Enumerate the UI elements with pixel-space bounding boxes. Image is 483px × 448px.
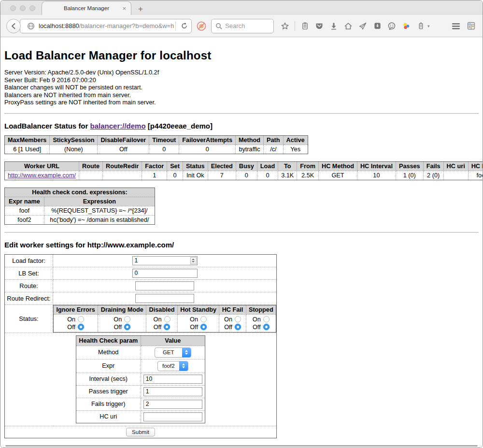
col-method: Method: [235, 135, 263, 145]
col-disabled: Disabled: [146, 305, 178, 314]
hc-header-row: Health Check param Value: [76, 335, 205, 346]
server-built-line: Server Built: Feb 9 2016 07:00:20: [4, 77, 479, 85]
val-hc-expr: foof2: [468, 171, 483, 180]
draining-mode-on-radio[interactable]: [124, 316, 130, 322]
ignore-errors-radios: On Off: [54, 314, 98, 332]
draining-mode-off-radio[interactable]: [124, 324, 130, 330]
reload-button[interactable]: [177, 19, 191, 33]
col-worker-url: Worker URL: [5, 161, 79, 171]
val-to: 3.1K: [278, 171, 297, 180]
search-input[interactable]: Search: [211, 19, 274, 33]
hc-fails-input[interactable]: [143, 400, 202, 409]
worker-data-row: http://www.example.com/ 1 0 Init Ok 7 0 …: [5, 171, 483, 180]
back-button[interactable]: [6, 19, 21, 33]
val-disablefailover: Off: [98, 145, 149, 154]
disabled-off-radio[interactable]: [164, 324, 170, 330]
hc-method-select[interactable]: GET: [155, 347, 191, 358]
persist-note-line: Balancer changes will NOT be persisted o…: [4, 84, 479, 92]
expr-name-foof2: foof2: [5, 215, 44, 224]
health-check-cell: Health Check param Value Method GET: [5, 332, 277, 426]
hc-interval-input[interactable]: [143, 375, 202, 384]
disabled-on-radio[interactable]: [164, 316, 170, 322]
bookmark-star-button[interactable]: [279, 20, 291, 32]
expr-name-foof: foof: [5, 206, 44, 215]
submit-button[interactable]: Submit: [126, 428, 155, 436]
color-dots-extension-button[interactable]: [400, 20, 412, 32]
battery-extension-button[interactable]: [415, 20, 426, 32]
expr-row-foof: foof %{REQUEST_STATUS} =~ /^[234]/: [5, 206, 155, 215]
home-button[interactable]: [342, 20, 354, 32]
globe-icon: [27, 22, 35, 30]
maximize-window-button[interactable]: [29, 5, 35, 11]
hc-fails-cell: [141, 398, 205, 410]
col-elected: Elected: [208, 161, 236, 171]
route-cell: [53, 279, 277, 292]
val-active: Yes: [283, 145, 308, 154]
edit-worker-table: Load factor: LB Set: Route:: [4, 254, 277, 438]
hc-expr-select[interactable]: foof2: [157, 361, 188, 371]
new-tab-button[interactable]: +: [138, 5, 143, 13]
session-grid-extension-button[interactable]: [465, 20, 477, 32]
val-set: 0: [167, 171, 183, 180]
url-bar[interactable]: localhost:8880/balancer-manager?b=demo&w…: [20, 19, 192, 33]
overflow-caret-icon[interactable]: ▾: [427, 24, 430, 29]
chat-button[interactable]: [386, 20, 398, 32]
health-check-expressions-table: Health check cond. expressions: Expr nam…: [4, 188, 155, 225]
hc-passes-input[interactable]: [143, 387, 202, 396]
on-label: On: [114, 316, 122, 323]
hc-uri-input[interactable]: [143, 412, 202, 421]
val-hc-method: GET: [318, 171, 357, 180]
off-label: Off: [154, 323, 162, 331]
tab-close-icon[interactable]: ×: [122, 5, 126, 12]
worker-url-link[interactable]: http://www.example.com/: [8, 172, 76, 179]
load-factor-input[interactable]: [133, 257, 190, 264]
ignore-errors-on-radio[interactable]: [78, 316, 84, 322]
hc-expr-label: Expr: [76, 359, 141, 373]
hc-interval-row: Interval (secs): [76, 373, 205, 385]
balancer-demo-link[interactable]: balancer://demo: [90, 122, 146, 130]
menu-button[interactable]: [450, 20, 462, 32]
clipboard-button[interactable]: [299, 20, 311, 32]
minimize-window-button[interactable]: [20, 5, 26, 11]
back-arrow-icon: [10, 22, 17, 30]
lb-set-input[interactable]: [132, 269, 198, 278]
adblock-icon[interactable]: [195, 20, 208, 32]
col-hc-fail: HC Fail: [219, 305, 246, 314]
val-factor: 1: [142, 171, 167, 180]
stopped-off-radio[interactable]: [263, 324, 270, 330]
lb-set-row: LB Set:: [5, 267, 277, 279]
col-disablefailover: DisableFailover: [98, 135, 149, 145]
off-label: Off: [253, 323, 261, 331]
page-title: Load Balancer Manager for localhost: [4, 49, 479, 62]
edit-worker-heading: Edit worker settings for http://www.exam…: [4, 241, 479, 249]
expr-title-row: Health check cond. expressions:: [5, 188, 155, 197]
heading-prefix: LoadBalancer Status for: [4, 122, 90, 130]
disabled-radios: On Off: [146, 314, 178, 332]
tab-balancer-manager[interactable]: Balancer Manager ×: [42, 1, 131, 15]
hc-fail-on-radio[interactable]: [235, 316, 241, 322]
val-maxmembers: 6 [1 Used]: [5, 145, 50, 154]
on-label: On: [224, 316, 232, 323]
save-to-device-button[interactable]: [371, 20, 383, 32]
stopped-on-radio[interactable]: [263, 316, 270, 322]
hot-standby-off-radio[interactable]: [200, 324, 207, 330]
hc-method-selected-value: GET: [155, 348, 182, 357]
hot-standby-on-radio[interactable]: [200, 316, 207, 322]
downloads-button[interactable]: [328, 20, 340, 32]
route-redirect-cell: [53, 292, 277, 304]
send-tab-button[interactable]: [357, 20, 369, 32]
ignore-errors-off-radio[interactable]: [78, 324, 84, 330]
select-stepper-icon: [179, 361, 188, 371]
route-input[interactable]: [135, 281, 194, 290]
number-spinner[interactable]: [190, 257, 197, 264]
hc-fail-off-radio[interactable]: [235, 324, 241, 330]
close-window-button[interactable]: [10, 5, 16, 11]
pocket-button[interactable]: [313, 20, 325, 32]
lb-set-label: LB Set:: [5, 267, 53, 279]
route-redirect-input[interactable]: [135, 294, 194, 303]
bottom-divider: [5, 445, 478, 447]
col-hc-method: HC Method: [318, 161, 357, 171]
off-label: Off: [190, 323, 198, 331]
browser-window: Balancer Manager × + localhost:8880/bala…: [0, 0, 483, 448]
val-load: 0: [257, 171, 278, 180]
